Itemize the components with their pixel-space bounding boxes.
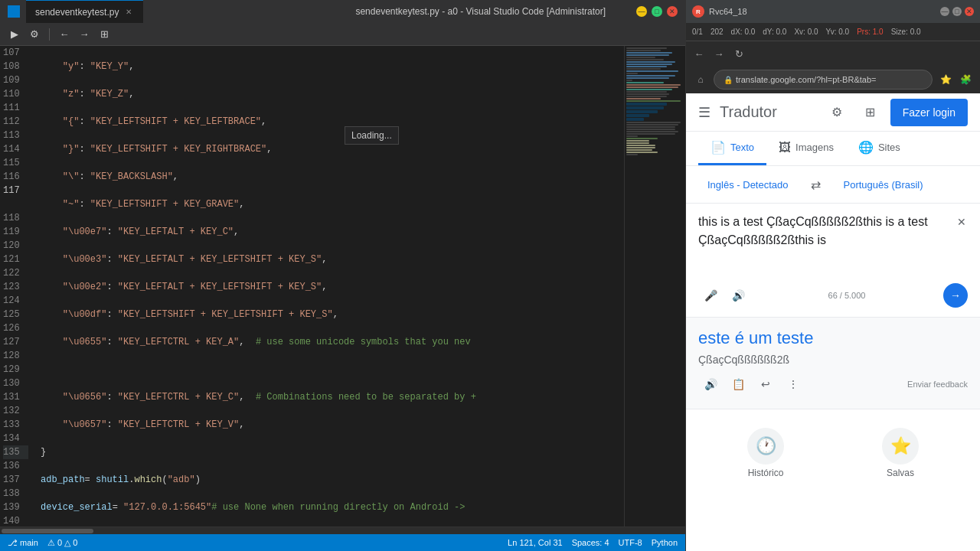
texto-icon: 📄 bbox=[710, 140, 726, 155]
tab-imagens-label: Imagens bbox=[795, 142, 834, 153]
copy-button[interactable]: 📋 bbox=[726, 372, 750, 396]
tab-sites-label: Sites bbox=[878, 142, 900, 153]
browser-refresh[interactable]: ↻ bbox=[730, 45, 747, 62]
rvc-size: Size: 0.0 bbox=[891, 28, 921, 36]
tab-filename: sendeventkeytest.py bbox=[35, 7, 119, 18]
result-actions: 🔊 📋 ↩ ⋮ Enviar feedback bbox=[698, 372, 968, 396]
browser-panel: R Rvc64_18 — □ ✕ 0/1 202 dX: 0.0 dY: 0.0… bbox=[685, 0, 980, 551]
line-numbers: 107 108 109 110 111 112 113 114 115 116 … bbox=[0, 46, 34, 527]
tab-imagens[interactable]: 🖼 Imagens bbox=[766, 132, 846, 165]
feedback-label[interactable]: Enviar feedback bbox=[907, 380, 968, 389]
back-button[interactable]: ← bbox=[56, 26, 73, 43]
browser-window-controls: — □ ✕ bbox=[940, 7, 974, 16]
maximize-button[interactable]: □ bbox=[652, 6, 662, 17]
target-language-button[interactable]: Português (Brasil) bbox=[835, 174, 933, 195]
hamburger-menu[interactable]: ☰ bbox=[698, 104, 710, 121]
translate-logo: Tradutor bbox=[720, 103, 777, 121]
tab-close-btn[interactable]: ✕ bbox=[123, 7, 134, 18]
window-controls: — □ ✕ bbox=[636, 6, 678, 17]
window-title: sendeventkeytest.py - a0 - Visual Studio… bbox=[332, 6, 631, 17]
tab-sites[interactable]: 🌐 Sites bbox=[846, 132, 913, 165]
share-button[interactable]: ↩ bbox=[753, 372, 778, 396]
clear-source-button[interactable]: ✕ bbox=[952, 213, 971, 231]
toolbar: ▶ ⚙ ← → ⊞ bbox=[0, 23, 685, 46]
language-mode[interactable]: Python bbox=[652, 538, 678, 547]
browser-toolbar: ← → ↻ bbox=[686, 41, 980, 66]
result-speaker-button[interactable]: 🔊 bbox=[698, 372, 723, 396]
address-bar[interactable]: 🔒 translate.google.com/?hl=pt-BR&tab= bbox=[714, 70, 933, 90]
historico-label: Histórico bbox=[748, 468, 784, 478]
browser-forward[interactable]: → bbox=[710, 45, 727, 62]
rvc-counter: 0/1 bbox=[692, 28, 703, 36]
login-button[interactable]: Fazer login bbox=[890, 99, 968, 126]
run-button[interactable]: ▶ bbox=[6, 26, 23, 43]
forward-button[interactable]: → bbox=[76, 26, 93, 43]
debug-button[interactable]: ⚙ bbox=[26, 26, 43, 43]
horizontal-scrollbar[interactable] bbox=[0, 527, 685, 534]
browser-close[interactable]: ✕ bbox=[965, 7, 974, 16]
source-text-input[interactable]: this is a test ÇßaçCqßßßßß2ßthis is a te… bbox=[698, 213, 968, 274]
vscode-icon bbox=[8, 5, 20, 18]
tab-texto[interactable]: 📄 Texto bbox=[698, 132, 766, 165]
result-sub: ÇßaçCqßßßßßß2ß bbox=[698, 354, 968, 366]
speaker-button[interactable]: 🔊 bbox=[726, 283, 750, 308]
swap-language-button[interactable]: ⇄ bbox=[804, 172, 828, 197]
tab-bar: sendeventkeytest.py ✕ bbox=[26, 0, 325, 23]
close-button[interactable]: ✕ bbox=[667, 6, 678, 17]
salvas-button[interactable]: ⭐ Salvas bbox=[833, 422, 968, 484]
settings-button[interactable]: ⚙ bbox=[823, 99, 851, 126]
result-text: este é um teste bbox=[698, 327, 968, 350]
translate-content: ☰ Tradutor ⚙ ⊞ Fazer login 📄 Texto 🖼 Ima… bbox=[686, 93, 980, 551]
address-actions: ⭐ 🧩 bbox=[937, 71, 974, 88]
sites-icon: 🌐 bbox=[858, 140, 874, 155]
indent[interactable]: Spaces: 4 bbox=[572, 538, 609, 547]
minimap bbox=[624, 46, 685, 527]
minimize-button[interactable]: — bbox=[636, 6, 647, 17]
bottom-icons: 🕐 Histórico ⭐ Salvas bbox=[686, 409, 980, 497]
code-content[interactable]: "y": "KEY_Y", "z": "KEY_Z", "{": "KEY_LE… bbox=[34, 46, 624, 527]
rvc-dy: dY: 0.0 bbox=[763, 28, 786, 36]
source-area: this is a test ÇßaçCqßßßßß2ßthis is a te… bbox=[686, 204, 980, 318]
browser-favicon: R bbox=[692, 5, 704, 18]
salvas-icon: ⭐ bbox=[882, 428, 919, 465]
browser-minimize[interactable]: — bbox=[940, 7, 949, 16]
rvc-prs: Prs: 1.0 bbox=[857, 28, 883, 36]
encoding[interactable]: UTF-8 bbox=[619, 538, 642, 547]
scrollbar-thumb[interactable] bbox=[2, 529, 93, 533]
tab-texto-label: Texto bbox=[730, 142, 754, 153]
rvc-toolbar: 0/1 202 dX: 0.0 dY: 0.0 Xv: 0.0 Yv: 0.0 … bbox=[686, 23, 980, 41]
historico-icon: 🕐 bbox=[747, 428, 784, 465]
translate-actions: ⚙ ⊞ Fazer login bbox=[823, 99, 968, 126]
loading-tooltip: Loading... bbox=[345, 126, 399, 145]
address-bar-row: ⌂ 🔒 translate.google.com/?hl=pt-BR&tab= … bbox=[686, 66, 980, 93]
imagens-icon: 🖼 bbox=[779, 141, 791, 155]
browser-maximize[interactable]: □ bbox=[952, 7, 962, 16]
minimap-content bbox=[625, 46, 685, 527]
source-actions: 🎤 🔊 66 / 5.000 → bbox=[698, 283, 968, 308]
bookmark-btn[interactable]: ⭐ bbox=[937, 71, 954, 88]
editor-area: sendeventkeytest.py ✕ sendeventkeytest.p… bbox=[0, 0, 685, 551]
historico-button[interactable]: 🕐 Histórico bbox=[698, 422, 833, 484]
statusbar: ⎇ main ⚠ 0 △ 0 Ln 121, Col 31 Spaces: 4 … bbox=[0, 534, 685, 551]
more-button[interactable]: ⋮ bbox=[781, 372, 805, 396]
browser-titlebar: R Rvc64_18 — □ ✕ bbox=[686, 0, 980, 23]
split-button[interactable]: ⊞ bbox=[96, 26, 113, 43]
translate-button[interactable]: → bbox=[943, 283, 968, 308]
rvc-yv: Yv: 0.0 bbox=[826, 28, 850, 36]
microphone-button[interactable]: 🎤 bbox=[698, 283, 723, 308]
cursor-position[interactable]: Ln 121, Col 31 bbox=[508, 538, 563, 547]
apps-button[interactable]: ⊞ bbox=[857, 99, 884, 126]
rvc-xv: Xv: 0.0 bbox=[794, 28, 818, 36]
active-tab[interactable]: sendeventkeytest.py ✕ bbox=[26, 0, 143, 23]
home-button[interactable]: ⌂ bbox=[692, 71, 709, 88]
errors[interactable]: ⚠ 0 △ 0 bbox=[47, 538, 77, 548]
char-count: 66 / 5.000 bbox=[828, 291, 866, 300]
salvas-label: Salvas bbox=[887, 468, 914, 478]
browser-back[interactable]: ← bbox=[691, 45, 707, 62]
git-branch[interactable]: ⎇ main bbox=[8, 538, 38, 548]
source-language-button[interactable]: Inglês - Detectado bbox=[698, 174, 798, 195]
language-selector: Inglês - Detectado ⇄ Português (Brasil) bbox=[686, 166, 980, 204]
result-area: este é um teste ÇßaçCqßßßßßß2ß 🔊 📋 ↩ ⋮ E… bbox=[686, 318, 980, 409]
extensions-btn[interactable]: 🧩 bbox=[957, 71, 974, 88]
browser-tab-label: Rvc64_18 bbox=[709, 7, 936, 16]
